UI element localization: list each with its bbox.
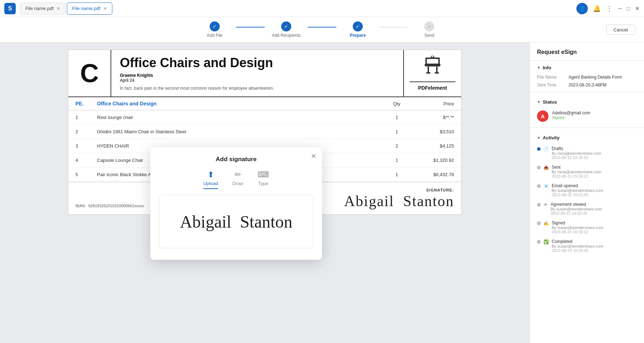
- activity-name-email-opened: Email opened: [552, 183, 637, 188]
- activity-content-sent: Sent By mina@wondershare.com 2023-08-15 …: [552, 165, 637, 178]
- activity-time-signed: 2023-08-15 16:30:12: [552, 230, 637, 234]
- titlebar-right: 👤 🔔 ⋮ ─ □ ✕: [576, 3, 640, 14]
- iban-value: lt28193262016310000662xxxxx: [88, 204, 144, 208]
- tab-2-label: File name.pdf: [72, 6, 101, 11]
- info-section-label: Info: [543, 65, 551, 70]
- modal-tab-draw[interactable]: ✏ Draw: [232, 170, 243, 189]
- wf-line-2: [308, 27, 336, 28]
- upload-icon: ⬆: [208, 170, 214, 179]
- right-panel-title: Request eSign: [530, 43, 644, 61]
- modal-tab-upload[interactable]: ⬆ Upload: [203, 170, 218, 189]
- wf-step-send-icon: ○: [424, 21, 434, 31]
- activity-by-drafts: By mina@wondershare.com: [552, 151, 637, 155]
- status-section-label: Status: [543, 99, 557, 105]
- wf-step-send[interactable]: ○ Send: [408, 21, 451, 38]
- activity-section-header[interactable]: ▼ Activity: [530, 131, 644, 143]
- status-info: Adelina@gmail.com Signed: [552, 110, 590, 120]
- tab-2[interactable]: File name.pdf ✕: [67, 3, 112, 15]
- activity-item-agreement-viewed: 👁 Agreement viewed By susan@wondershare.…: [537, 202, 637, 215]
- wf-step-prepare[interactable]: ✓ Prepare: [336, 21, 379, 38]
- activity-time-email-opened: 2023-08-15 16:01:45: [552, 193, 637, 197]
- tab-1-close[interactable]: ✕: [57, 6, 60, 11]
- cancel-button[interactable]: Cancel: [606, 25, 635, 35]
- activity-time-agreement-viewed: 2023-08-15 16:02:20: [551, 211, 637, 215]
- svg-rect-7: [435, 72, 439, 74]
- activity-by-completed: By susan@wondershare.com: [552, 244, 637, 248]
- app-icon: S: [4, 3, 16, 14]
- tab-2-close[interactable]: ✕: [103, 6, 107, 11]
- activity-time-completed: 2023-08-15 16:32:00: [552, 248, 637, 253]
- notification-bell-icon[interactable]: 🔔: [593, 5, 601, 13]
- email-opened-icon: 📧: [543, 184, 549, 189]
- activity-content-drafts: Drafts By mina@wondershare.com 2023-08-1…: [552, 146, 637, 160]
- right-panel: Request eSign ▼ Info File Name Agent Ban…: [530, 43, 644, 343]
- close-button[interactable]: ✕: [635, 5, 640, 12]
- wf-step-prepare-label: Prepare: [350, 33, 366, 38]
- doc-author: Graeme Knights April 24: [120, 73, 395, 83]
- modal-close-button[interactable]: ✕: [311, 152, 316, 160]
- workflow-bar: ✓ Add File ✓ Add Recipients ✓ Prepare ○ …: [0, 17, 644, 43]
- status-chevron-icon: ▼: [537, 100, 541, 104]
- status-avatar: A: [537, 110, 548, 122]
- iban-section: IBAN: lt28193262016310000662xxxxx: [75, 202, 144, 209]
- activity-time-drafts: 2023-08-15 15:35:55: [552, 155, 637, 160]
- sent-time-label: Sent Time: [537, 83, 566, 88]
- activity-dot-email-opened: [537, 184, 541, 188]
- modal-tab-draw-label: Draw: [232, 181, 243, 186]
- file-name-value: Agent Banking Details Form: [569, 75, 637, 80]
- table-col-price-header: Price: [411, 101, 454, 106]
- svg-rect-5: [436, 66, 438, 73]
- modal-tab-type[interactable]: ⌨ Type: [258, 170, 269, 189]
- activity-by-signed: By susan@wondershare.com: [552, 225, 637, 230]
- activity-name-sent: Sent: [552, 165, 637, 170]
- sent-time-value: 2023-08-20,3:48PM: [569, 83, 637, 88]
- file-name-row: File Name Agent Banking Details Form: [530, 73, 644, 81]
- status-section-header[interactable]: ▼ Status: [530, 95, 644, 108]
- main-layout: C Office Chairs and Design Graeme Knight…: [0, 43, 644, 343]
- activity-name-drafts: Drafts: [552, 146, 637, 151]
- activity-dot-agreement-viewed: [537, 203, 541, 207]
- modal-title: Add signature: [159, 156, 313, 163]
- status-section: A Adelina@gmail.com Signed: [530, 108, 644, 125]
- user-avatar[interactable]: 👤: [576, 3, 588, 14]
- svg-rect-4: [428, 66, 429, 73]
- table-col-num-header: PE.: [75, 101, 97, 106]
- maximize-button[interactable]: □: [627, 5, 630, 11]
- wf-line-3: [379, 27, 408, 28]
- tab-1-label: File name.pdf: [25, 6, 54, 11]
- drafts-icon: 📄: [543, 146, 549, 151]
- svg-rect-6: [426, 72, 430, 74]
- minimize-button[interactable]: ─: [618, 5, 622, 11]
- wf-step-add-file[interactable]: ✓ Add File: [193, 21, 236, 38]
- activity-dot-drafts: [537, 147, 541, 151]
- wf-step-add-recipients[interactable]: ✓ Add Recipients: [265, 21, 308, 38]
- activity-content-signed: Signed By susan@wondershare.com 2023-08-…: [552, 220, 637, 234]
- activity-item-completed: ✅ Completed By susan@wondershare.com 202…: [537, 239, 637, 253]
- signature-label: SIGNATURE:: [426, 188, 454, 192]
- signature-image: Abigail Stanton: [344, 194, 454, 209]
- activity-time-sent: 2023-08-15 15:39:21: [552, 174, 637, 178]
- activity-by-agreement-viewed: By susan@wondershare.com: [551, 207, 637, 211]
- wf-step-add-recipients-label: Add Recipients: [272, 33, 301, 38]
- activity-item-drafts: 📄 Drafts By mina@wondershare.com 2023-08…: [537, 146, 637, 160]
- draw-icon: ✏: [235, 170, 241, 179]
- doc-company-name: Office Chairs and Design: [120, 56, 395, 70]
- doc-author-date: April 24: [120, 78, 135, 83]
- agreement-viewed-icon: 👁: [543, 202, 548, 207]
- status-email: Adelina@gmail.com: [552, 110, 590, 115]
- doc-author-name: Graeme Knights: [120, 73, 395, 78]
- activity-name-completed: Completed: [552, 239, 637, 244]
- activity-dot-sent: [537, 166, 541, 169]
- chair-icon: [422, 56, 443, 79]
- more-options-icon[interactable]: ⋮: [606, 4, 613, 13]
- tab-1[interactable]: File name.pdf ✕: [20, 3, 65, 15]
- divider-2: [530, 128, 644, 128]
- signed-icon: ✍: [543, 221, 549, 226]
- doc-title-cell: Office Chairs and Design Graeme Knights …: [111, 50, 404, 96]
- info-section-header[interactable]: ▼ Info: [530, 61, 644, 73]
- pdfelement-label: PDFelement: [410, 81, 455, 91]
- status-user: A Adelina@gmail.com Signed: [537, 110, 637, 122]
- completed-icon: ✅: [543, 239, 549, 244]
- activity-item-signed: ✍ Signed By susan@wondershare.com 2023-0…: [537, 220, 637, 234]
- table-row: 2 Ghidini 1961 Miami Chair in Stainless …: [68, 125, 461, 139]
